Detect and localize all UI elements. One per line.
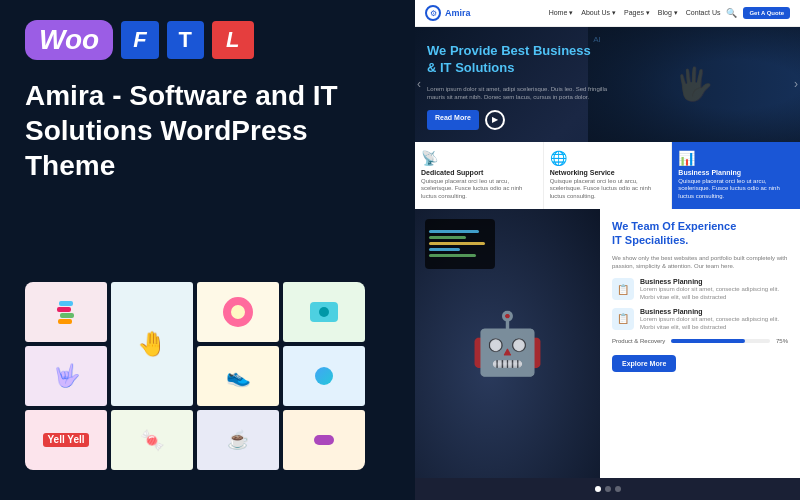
- nav-home[interactable]: Home ▾: [549, 9, 574, 17]
- donut-icon: [223, 297, 253, 327]
- yell-label: Yell Yell: [43, 433, 88, 447]
- bottom-right-content: We Team Of Experience IT Specialities. W…: [600, 209, 800, 478]
- section-title: We Team Of Experience IT Specialities.: [612, 219, 788, 248]
- section-title-line1: We Team Of: [612, 220, 675, 232]
- progress-percentage: 75%: [776, 338, 788, 344]
- nav-contact[interactable]: Contact Us: [686, 9, 721, 17]
- play-button[interactable]: ▶: [485, 110, 505, 130]
- read-more-button[interactable]: Read More: [427, 110, 479, 130]
- robot-image-panel: 🤖: [415, 209, 600, 478]
- hero-buttons: Read More ▶: [427, 110, 626, 130]
- business-planning-icon: 📊: [678, 150, 794, 166]
- dot-3[interactable]: [615, 486, 621, 492]
- get-quote-button[interactable]: Get A Quote: [743, 7, 790, 19]
- code-line-5: [429, 254, 476, 257]
- grid-cell-10: ☕: [197, 410, 279, 470]
- search-icon[interactable]: 🔍: [726, 8, 737, 18]
- pagination-dots: [595, 486, 621, 492]
- fingers-icon: 🤟: [53, 363, 80, 389]
- nav-about[interactable]: About Us ▾: [581, 9, 616, 17]
- hero-title-line1: We Provide Best Business: [427, 43, 591, 58]
- tag-t: T: [167, 21, 204, 59]
- service-item-1: 📋 Business Planning Lorem ipsum dolor si…: [612, 278, 788, 302]
- code-line-2: [429, 236, 466, 239]
- section-description: We show only the best websites and portf…: [612, 254, 788, 271]
- camera-icon: [310, 302, 338, 322]
- nav-pages[interactable]: Pages ▾: [624, 9, 650, 17]
- hand-icon: 🤚: [137, 330, 167, 358]
- grid-cell-7: [283, 346, 365, 406]
- dot-1[interactable]: [595, 486, 601, 492]
- service-2-icon: 📋: [612, 308, 634, 330]
- left-panel: Woo F T L Amira - Software and IT Soluti…: [0, 0, 415, 500]
- nav-blog[interactable]: Blog ▾: [658, 9, 678, 17]
- shoe-icon: 👟: [226, 364, 251, 388]
- feature-card-3: 📊 Business Planning Quisque placerat orc…: [672, 142, 800, 209]
- hero-title: We Provide Best Business & IT Solutions: [427, 43, 626, 77]
- preview-grid: 🤚 🤟 👟 Yell Yell 🍬 ☕: [25, 282, 365, 470]
- grid-cell-2: 🤚: [111, 282, 193, 406]
- hero-title-line2: & IT Solutions: [427, 60, 514, 75]
- feature-card-1: 📡 Dedicated Support Quisque placerat orc…: [415, 142, 544, 209]
- feature-cards: 📡 Dedicated Support Quisque placerat orc…: [415, 142, 800, 209]
- circle-icon: [315, 367, 333, 385]
- explore-more-button[interactable]: Explore More: [612, 355, 676, 372]
- right-panel: Amira Home ▾ About Us ▾ Pages ▾ Blog ▾ C…: [415, 0, 800, 500]
- code-line-1: [429, 230, 479, 233]
- bottom-section: 🤖 We Team Of Experience IT Specialities.…: [415, 209, 800, 478]
- service-1-text: Lorem ipsum dolor sit amet, consecte adi…: [640, 286, 788, 302]
- progress-bar-section: Product & Recovery 75%: [612, 338, 788, 344]
- progress-bar-background: [671, 339, 770, 343]
- tag-f: F: [121, 21, 158, 59]
- feature-card-2: 🌐 Networking Service Quisque placerat or…: [544, 142, 673, 209]
- robot-visual: 🤖: [415, 209, 600, 478]
- nav-links[interactable]: Home ▾ About Us ▾ Pages ▾ Blog ▾ Contact…: [549, 9, 721, 17]
- main-title: Amira - Software and IT Solutions WordPr…: [25, 78, 390, 183]
- dot-2[interactable]: [605, 486, 611, 492]
- feature-1-title: Dedicated Support: [421, 169, 537, 176]
- grid-cell-1: [25, 282, 107, 342]
- feature-2-title: Networking Service: [550, 169, 666, 176]
- feature-3-text: Quisque placerat orci leo ut arcu, scele…: [678, 178, 794, 201]
- code-line-3: [429, 242, 485, 245]
- grid-cell-3: [197, 282, 279, 342]
- progress-label: Product & Recovery: [612, 338, 665, 344]
- hero-subtitle: Lorem ipsum dolor sit amet, adipi sceler…: [427, 85, 626, 102]
- section-title-accent: Experience: [678, 220, 737, 232]
- code-lines: [425, 226, 495, 261]
- service-1-title: Business Planning: [640, 278, 788, 285]
- networking-icon: 🌐: [550, 150, 666, 166]
- monitor-overlay: [425, 219, 495, 269]
- feature-3-title: Business Planning: [678, 169, 794, 176]
- grid-cell-4: [283, 282, 365, 342]
- grid-cell-8: Yell Yell: [25, 410, 107, 470]
- tag-l: L: [212, 21, 253, 59]
- woo-label: Woo: [39, 26, 99, 54]
- progress-bar-fill: [671, 339, 745, 343]
- bottom-strip: [415, 478, 800, 500]
- service-item-2: 📋 Business Planning Lorem ipsum dolor si…: [612, 308, 788, 332]
- logo-name: Amira: [445, 8, 471, 18]
- service-2-title: Business Planning: [640, 308, 788, 315]
- service-2-content: Business Planning Lorem ipsum dolor sit …: [640, 308, 788, 332]
- service-1-content: Business Planning Lorem ipsum dolor sit …: [640, 278, 788, 302]
- grid-cell-11: [283, 410, 365, 470]
- dedicated-support-icon: 📡: [421, 150, 537, 166]
- logo-icon: [425, 5, 441, 21]
- grid-cell-9: 🍬: [111, 410, 193, 470]
- top-bar: Woo F T L: [25, 20, 390, 60]
- grid-cell-5: 🤟: [25, 346, 107, 406]
- feature-1-text: Quisque placerat orci leo ut arcu, scele…: [421, 178, 537, 201]
- code-line-4: [429, 248, 460, 251]
- hero-prev-arrow[interactable]: ‹: [417, 77, 421, 91]
- hero-tech-visual: 🖐️: [674, 65, 714, 103]
- hero-next-arrow[interactable]: ›: [794, 77, 798, 91]
- grid-cell-6: 👟: [197, 346, 279, 406]
- robot-face-icon: 🤖: [470, 308, 545, 379]
- feature-2-text: Quisque placerat orci leo ut arcu, scele…: [550, 178, 666, 201]
- service-2-text: Lorem ipsum dolor sit amet, consecte adi…: [640, 316, 788, 332]
- section-title-line2: IT Specialities.: [612, 234, 688, 246]
- coffee-icon: ☕: [227, 429, 249, 451]
- hero-section: ‹ We Provide Best Business & IT Solution…: [415, 27, 800, 142]
- candy-icon: 🍬: [140, 428, 165, 452]
